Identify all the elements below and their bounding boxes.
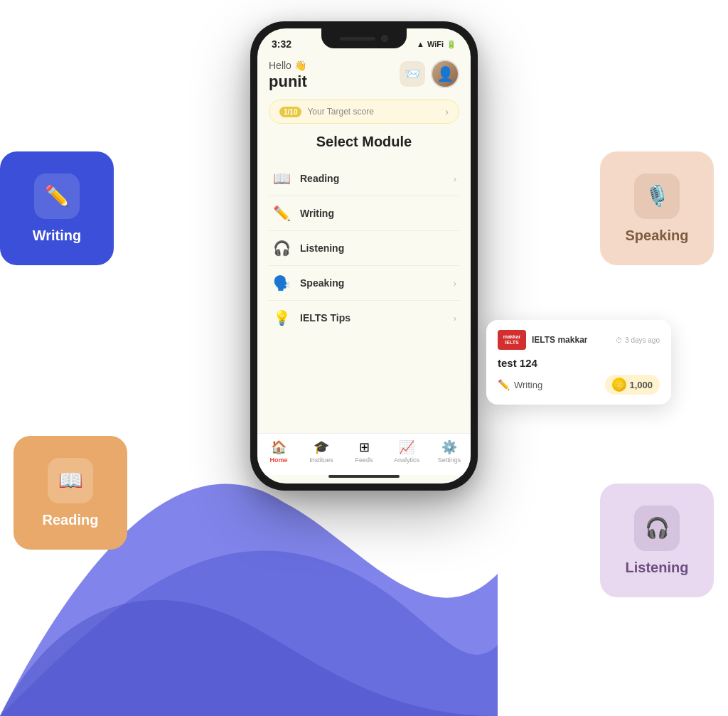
module-item-reading-left: 📖 Reading [272, 170, 339, 187]
speaking-label: Speaking [300, 277, 344, 289]
speaking-icon: 🗣️ [272, 274, 291, 292]
institues-nav-label: Institues [309, 456, 333, 464]
notif-test-name: test 124 [498, 357, 660, 369]
module-item-reading[interactable]: 📖 Reading › [269, 161, 459, 196]
home-icon: 🏠 [271, 439, 287, 455]
home-indicator [328, 475, 400, 478]
notif-coins: 🪙 1,000 [605, 375, 660, 395]
nav-home[interactable]: 🏠 Home [257, 439, 300, 464]
coin-amount: 1,000 [629, 380, 653, 390]
listening-label: Listening [300, 242, 344, 254]
speaking-float-icon: 🎙️ [634, 173, 680, 219]
notif-module-icon: ✏️ [498, 379, 510, 390]
phone-notch [321, 28, 407, 48]
home-nav-label: Home [269, 456, 287, 464]
notification-bell-button[interactable]: 📨 [400, 61, 425, 87]
notif-module-label: Writing [514, 380, 542, 390]
bottom-nav: 🏠 Home 🎓 Institues ⊞ Feeds 📈 Analytics ⚙… [257, 433, 471, 475]
header-greeting: Hello 👋 [269, 60, 307, 71]
writing-float-label: Writing [33, 228, 82, 244]
module-item-writing[interactable]: ✏️ Writing [269, 196, 459, 231]
tips-icon: 💡 [272, 309, 291, 326]
reading-chevron-icon: › [454, 173, 456, 184]
analytics-icon: 📈 [399, 439, 414, 455]
app-header: Hello 👋 punit 📨 👤 [269, 54, 459, 100]
phone-screen: 3:32 ▲ WiFi 🔋 Hello 👋 punit [257, 28, 471, 483]
analytics-nav-label: Analytics [394, 456, 419, 464]
module-item-ielts-tips[interactable]: 💡 IELTS Tips › [269, 301, 459, 335]
notif-header: makkarIELTS IELTS makkar ⏱ 3 days ago [498, 330, 660, 350]
module-item-speaking-left: 🗣️ Speaking [272, 274, 344, 292]
nav-settings[interactable]: ⚙️ Settings [428, 439, 471, 464]
module-item-listening-left: 🎧 Listening [272, 240, 344, 257]
header-username: punit [269, 73, 307, 91]
camera [381, 35, 388, 42]
header-user-info: Hello 👋 punit [269, 60, 307, 91]
settings-icon: ⚙️ [441, 439, 457, 455]
listening-icon: 🎧 [272, 240, 291, 257]
feeds-nav-label: Feeds [355, 456, 373, 464]
status-time: 3:32 [272, 38, 291, 50]
module-item-listening[interactable]: 🎧 Listening [269, 231, 459, 266]
speaking-float-label: Speaking [626, 228, 689, 244]
nav-feeds[interactable]: ⊞ Feeds [343, 439, 385, 464]
notif-brand: makkarIELTS IELTS makkar [498, 330, 587, 350]
feeds-icon: ⊞ [359, 439, 370, 455]
header-actions: 📨 👤 [400, 60, 459, 88]
tips-chevron-icon: › [454, 313, 456, 324]
module-item-tips-left: 💡 IELTS Tips [272, 309, 350, 326]
notification-card: makkarIELTS IELTS makkar ⏱ 3 days ago te… [486, 320, 671, 405]
module-item-writing-left: ✏️ Writing [272, 205, 334, 222]
module-list: 📖 Reading › ✏️ Writing 🎧 [269, 161, 459, 433]
app-content: Hello 👋 punit 📨 👤 1/10 Your Target score [257, 54, 471, 433]
reading-icon: 📖 [272, 170, 291, 187]
listening-float-icon: 🎧 [634, 506, 680, 551]
listening-float-card[interactable]: 🎧 Listening [600, 483, 714, 597]
module-item-speaking[interactable]: 🗣️ Speaking › [269, 266, 459, 301]
target-badge: 1/10 [279, 107, 301, 117]
reading-float-label: Reading [43, 512, 99, 528]
institues-icon: 🎓 [314, 439, 329, 455]
reading-label: Reading [300, 173, 339, 184]
listening-float-label: Listening [626, 560, 689, 576]
tips-label: IELTS Tips [300, 312, 350, 324]
writing-float-card[interactable]: ✏️ Writing [0, 151, 114, 265]
settings-nav-label: Settings [438, 456, 461, 464]
speaker-notch [340, 37, 375, 41]
speaking-float-card[interactable]: 🎙️ Speaking [600, 151, 714, 265]
notif-module: ✏️ Writing [498, 379, 542, 390]
select-module-title: Select Module [269, 134, 459, 150]
notif-brand-logo: makkarIELTS [498, 330, 526, 350]
target-score-bar[interactable]: 1/10 Your Target score › [269, 100, 459, 124]
target-score-left: 1/10 Your Target score [279, 107, 374, 117]
phone-wrapper: 3:32 ▲ WiFi 🔋 Hello 👋 punit [250, 21, 478, 491]
phone-outer: 3:32 ▲ WiFi 🔋 Hello 👋 punit [250, 21, 478, 491]
nav-institues[interactable]: 🎓 Institues [300, 439, 343, 464]
speaking-chevron-icon: › [454, 278, 456, 289]
writing-label: Writing [300, 208, 334, 219]
avatar[interactable]: 👤 [431, 60, 459, 88]
notif-time: ⏱ 3 days ago [616, 336, 660, 344]
notif-brand-name: IELTS makkar [532, 335, 587, 345]
target-chevron-icon: › [445, 106, 449, 117]
status-icons: ▲ WiFi 🔋 [417, 40, 456, 49]
notif-footer: ✏️ Writing 🪙 1,000 [498, 375, 660, 395]
nav-analytics[interactable]: 📈 Analytics [385, 439, 428, 464]
writing-icon: ✏️ [272, 205, 291, 222]
reading-float-card[interactable]: 📖 Reading [14, 436, 127, 550]
writing-float-icon: ✏️ [34, 173, 80, 219]
coin-icon: 🪙 [612, 378, 626, 392]
target-label: Your Target score [307, 107, 373, 117]
reading-float-icon: 📖 [48, 458, 93, 503]
